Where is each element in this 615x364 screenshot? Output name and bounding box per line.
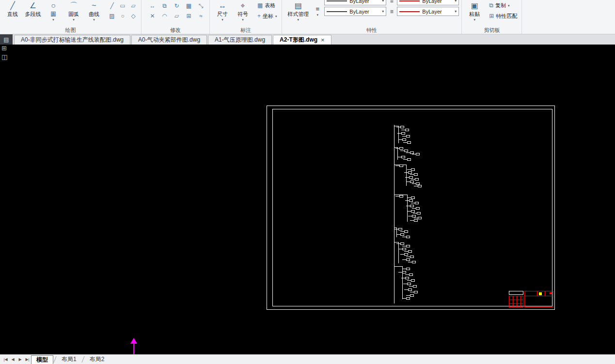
table-button-label: 表格 (265, 2, 275, 9)
trim-icon[interactable]: ✕ (146, 11, 158, 21)
next-sheet-button[interactable]: ▶ (16, 357, 24, 362)
color-combo[interactable]: ByLayer ▾ (397, 7, 459, 16)
layout2-tab[interactable]: 布局2 (85, 355, 110, 364)
move-icon[interactable]: ↔ (146, 0, 158, 11)
construction-line-icon[interactable]: ╱ (107, 0, 117, 11)
tab-divider (81, 356, 84, 363)
match-properties-button[interactable]: ⊞ 特性匹配 (487, 11, 519, 21)
rotate-icon[interactable]: ↻ (171, 0, 183, 11)
dimension-button[interactable]: ↔ 尺寸 ▾ (212, 0, 233, 22)
lineweight-combo[interactable]: ByLayer ▾ (324, 0, 386, 5)
doc-tab-pneumatic-clamp[interactable]: A0-气动夹紧部件图.dwg (131, 35, 207, 45)
scale-icon[interactable]: ⤡ (195, 0, 207, 11)
title-block-line (509, 300, 523, 300)
polyline-icon: ∠ (30, 0, 36, 11)
diagram-symbol (402, 138, 406, 141)
match-properties-icon: ⊞ (489, 13, 494, 19)
point-icon[interactable]: ○ (117, 11, 128, 21)
diagram-symbol (398, 228, 402, 230)
arc-button-label: 圆弧 (68, 11, 79, 17)
draw-group-label[interactable]: 绘图 (2, 27, 139, 34)
title-block-line (550, 292, 552, 294)
symbol-button[interactable]: ⌖ 符号 ▾ (233, 0, 253, 22)
fillet-icon[interactable]: ◠ (158, 11, 171, 21)
drawing-canvas[interactable]: ⊞ ◫ (0, 45, 615, 354)
coordinate-icon: + (257, 13, 261, 19)
diagram-symbol (413, 285, 417, 288)
style-manager-button[interactable]: ▤ 样式管理 ▾ (284, 0, 312, 22)
diagram-connector (410, 292, 414, 292)
doc-tab-assembly[interactable]: A0-非同步式打标输送生产线装配图.dwg (14, 35, 130, 45)
paste-button[interactable]: ▣ 粘贴 ▾ (464, 0, 485, 22)
layout1-tab[interactable]: 布局1 (57, 355, 81, 364)
doc-tab-t-shape-active[interactable]: A2-T形图.dwg × (273, 35, 331, 45)
cad-application: ╱ 直线 ∠ 多段线 ○ 圆 ▾ ⌒ 圆弧 ▾ (0, 0, 615, 364)
diagram-line (394, 147, 397, 148)
diagram-symbol (402, 248, 406, 250)
diagram-symbol (411, 210, 415, 212)
properties-group-label[interactable]: 特性 (284, 27, 459, 34)
lineweight-combo[interactable]: ByLayer ▾ (324, 7, 386, 16)
collaboration-tool-icon[interactable]: ◫ (1, 54, 7, 61)
viewer-tool-icon[interactable]: ⊞ (1, 45, 7, 52)
diagram-connector (402, 269, 406, 269)
polygon-icon[interactable]: ▱ (128, 0, 139, 11)
color-swatch (399, 11, 420, 12)
spline-button[interactable]: ~ 曲线 ▾ (84, 0, 104, 22)
model-tab[interactable]: 模型 (31, 355, 53, 364)
diagram-symbol (414, 173, 418, 176)
style-manager-icon: ▤ (295, 0, 302, 11)
diagram-connector (396, 243, 400, 244)
diagram-connector (402, 237, 406, 237)
diagram-symbol (399, 165, 403, 167)
arc-button[interactable]: ⌒ 圆弧 ▾ (63, 0, 84, 22)
close-icon[interactable]: × (321, 37, 325, 43)
lineweight-swatch (327, 0, 347, 1)
array-icon[interactable]: ▦ (183, 0, 195, 11)
polyline-button[interactable]: ∠ 多段线 (23, 0, 43, 17)
modify-group-label[interactable]: 修改 (144, 27, 207, 34)
table-button[interactable]: ▦ 表格 (255, 0, 279, 10)
diagram-connector (408, 262, 412, 262)
coordinate-button[interactable]: + 坐标 ▾ (255, 11, 279, 21)
diagram-connector (406, 182, 410, 182)
copy-icon: ⧉ (489, 2, 493, 9)
explode-icon[interactable]: ⊞ (183, 11, 195, 21)
diagram-symbol (406, 297, 410, 300)
annotate-group-label[interactable]: 标注 (212, 27, 279, 34)
diagram-symbol (410, 294, 414, 297)
spline-icon: ~ (92, 0, 96, 11)
circle-button[interactable]: ○ 圆 ▾ (43, 0, 63, 22)
diagram-symbol (406, 135, 410, 137)
last-sheet-button[interactable]: ▶| (24, 357, 31, 362)
hatch-icon[interactable]: ▨ (107, 11, 117, 21)
layer-menu-button[interactable]: ≡ ▾ (313, 5, 322, 17)
copy-object-icon[interactable]: ⧉ (158, 0, 171, 11)
rectangle-icon[interactable]: ▭ (117, 0, 128, 11)
prev-sheet-button[interactable]: ◀ (9, 357, 16, 362)
title-block-line (545, 291, 545, 296)
diagram-symbol (400, 233, 404, 236)
property-combos: ByLayer ▾ ≡ ByLayer ▾ ByLaye (324, 0, 459, 16)
hamburger-icon[interactable]: ≡ (388, 0, 395, 4)
region-icon[interactable]: ◇ (128, 11, 139, 21)
hamburger-icon[interactable]: ≡ (388, 8, 395, 15)
chevron-down-icon: ▾ (73, 17, 75, 22)
diagram-symbol (410, 181, 414, 183)
circle-icon: ○ (51, 0, 56, 11)
first-sheet-button[interactable]: |◀ (2, 357, 9, 362)
file-panel-icon[interactable]: ▤ (0, 34, 13, 45)
diagram-symbol (416, 153, 420, 155)
diagram-connector (404, 172, 408, 173)
stretch-icon[interactable]: ≈ (195, 11, 207, 21)
diagram-connector (412, 183, 416, 184)
line-button[interactable]: ╱ 直线 (2, 0, 23, 17)
doc-tab-pneumatic-schematic[interactable]: A1-气压原理图.dwg (208, 35, 272, 45)
clipboard-group-label[interactable]: 剪切板 (464, 27, 519, 34)
chevron-down-icon: ▾ (242, 17, 244, 22)
diagram-connector (398, 139, 402, 140)
color-value: ByLayer (422, 9, 452, 15)
color-combo[interactable]: ByLayer ▾ (397, 0, 459, 5)
mirror-icon[interactable]: ▱ (171, 11, 183, 21)
copy-button[interactable]: ⧉ 复制 ▾ (487, 0, 519, 10)
